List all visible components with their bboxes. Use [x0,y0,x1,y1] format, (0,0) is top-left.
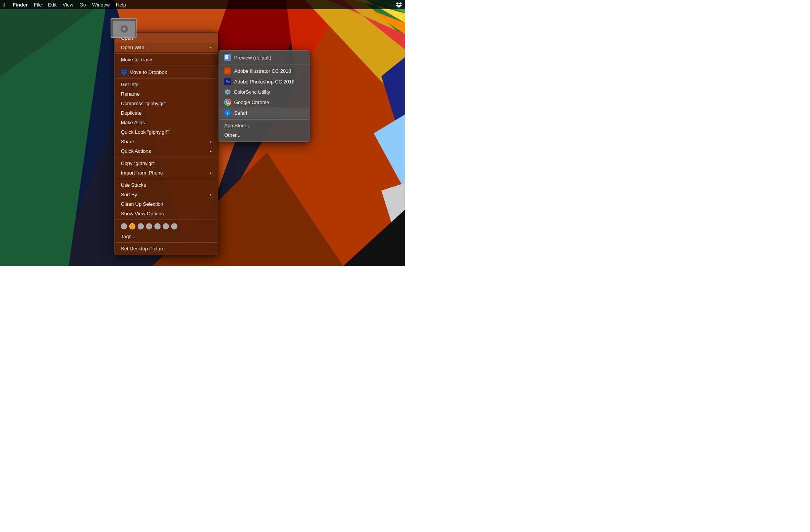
menu-item-open-with-label: Open With [121,45,144,50]
tag-dot-3[interactable] [146,223,152,229]
menubar-view[interactable]: View [63,2,73,8]
submenu-appstore-label: App Store... [224,123,251,128]
submenu-item-safari[interactable]: Safari [219,107,310,118]
menu-item-duplicate[interactable]: Duplicate [115,108,218,118]
submenu-ai-label: Adobe Illustrator CC 2018 [234,68,291,74]
submenu-colorsync-label: ColorSync Utility [234,89,270,95]
submenu-item-colorsync[interactable]: ⚙️ ColorSync Utility [219,87,310,97]
menu-item-set-desktop[interactable]: Set Desktop Picture [115,244,218,253]
file-thumbnail [111,18,137,38]
menu-item-trash-label: Move to Trash [121,57,152,62]
menu-item-open-with[interactable]: Open With ▸ Preview (default) [115,43,218,52]
menu-item-copy-label: Copy "giphy.gif" [121,160,156,166]
menubar-left:  Finder File Edit View Go Window Help [3,2,126,8]
ctx-sep-7 [115,242,218,243]
svg-point-28 [228,58,230,60]
apple-menu[interactable]:  [3,2,5,8]
import-chevron-icon: ▸ [210,171,212,175]
menu-item-import-iphone[interactable]: Import from iPhone ▸ [115,168,218,178]
menu-item-set-desktop-label: Set Desktop Picture [121,246,165,252]
ctx-sep-2 [115,66,218,66]
dropbox-icon [121,69,127,75]
menu-item-use-stacks-label: Use Stacks [121,182,146,188]
menu-item-cleanup-label: Clean Up Selection [121,201,163,207]
menu-item-dropbox[interactable]: Move to Dropbox [115,67,218,77]
submenu-item-appstore[interactable]: App Store... [219,121,310,130]
ctx-sep-1 [115,53,218,54]
tag-dot-0[interactable] [121,223,127,229]
menu-item-move-trash[interactable]: Move to Trash [115,55,218,64]
menu-item-share-label: Share [121,139,134,144]
menu-item-copy[interactable]: Copy "giphy.gif" [115,159,218,168]
ctx-sep-3 [115,78,218,79]
submenu-item-preview[interactable]: Preview (default) [219,52,310,63]
submenu-chrome-label: Google Chrome [234,99,269,105]
context-menu: Open Open With ▸ [114,31,218,255]
sort-chevron-icon: ▸ [210,192,212,197]
submenu-sep-2 [219,119,310,120]
svg-rect-25 [226,56,228,56]
submenu-ps-label: Adobe Photoshop CC 2018 [234,79,294,85]
submenu-item-ps[interactable]: Ps Adobe Photoshop CC 2018 [219,76,310,87]
menu-item-sort-by[interactable]: Sort By ▸ [115,190,218,199]
chrome-icon [224,99,231,106]
submenu-item-other[interactable]: Other... [219,130,310,140]
submenu-item-ai[interactable]: Ai Adobe Illustrator CC 2018 [219,66,310,76]
menu-item-view-options-label: Show View Options [121,211,164,216]
preview-icon [224,54,231,61]
submenu-preview-label: Preview (default) [234,55,272,61]
menu-item-quick-actions-label: Quick Actions [121,148,151,154]
submenu-item-chrome[interactable]: Google Chrome [219,97,310,107]
menu-item-quick-actions[interactable]: Quick Actions ▸ [115,146,218,156]
svg-rect-26 [226,57,228,57]
menubar-file[interactable]: File [34,2,42,8]
menubar:  Finder File Edit View Go Window Help [0,0,405,9]
menubar-right [396,2,402,8]
menu-item-duplicate-label: Duplicate [121,110,141,116]
open-with-chevron-icon: ▸ [210,45,212,50]
ctx-sep-5 [115,179,218,179]
dropbox-menubar-icon[interactable] [396,2,402,8]
menu-item-quicklook-label: Quick Look "giphy.gif" [121,129,169,135]
tag-dot-1[interactable] [129,223,135,229]
submenu-open-with: Preview (default) Ai Adobe Illustrator C… [219,50,310,142]
submenu-sep-1 [219,64,310,64]
menu-item-tags[interactable]: Tags... [115,232,218,241]
colorsync-icon: ⚙️ [224,89,231,95]
menubar-window[interactable]: Window [92,2,110,8]
menu-item-dropbox-label: Move to Dropbox [129,69,167,75]
share-chevron-icon: ▸ [210,139,212,144]
menu-item-make-alias[interactable]: Make Alias [115,118,218,127]
menu-item-compress[interactable]: Compress "giphy.gif" [115,99,218,108]
menu-item-quick-look[interactable]: Quick Look "giphy.gif" [115,127,218,137]
svg-rect-27 [226,58,227,58]
menu-item-share[interactable]: Share ▸ [115,137,218,146]
tag-dot-6[interactable] [171,223,177,229]
ctx-sep-4 [115,157,218,157]
tag-dot-2[interactable] [138,223,144,229]
quick-actions-chevron-icon: ▸ [210,149,212,153]
menu-item-use-stacks[interactable]: Use Stacks [115,180,218,190]
menu-item-clean-up[interactable]: Clean Up Selection [115,199,218,209]
menu-item-compress-label: Compress "giphy.gif" [121,101,167,106]
menu-item-rename[interactable]: Rename [115,89,218,99]
tag-dots-row [115,221,218,232]
menu-item-view-options[interactable]: Show View Options [115,209,218,218]
menubar-go[interactable]: Go [79,2,86,8]
menubar-help[interactable]: Help [116,2,126,8]
submenu-safari-label: Safari [234,110,247,116]
menubar-app-name[interactable]: Finder [13,2,28,8]
tag-dot-4[interactable] [154,223,161,229]
menu-item-rename-label: Rename [121,91,140,97]
menubar-edit[interactable]: Edit [48,2,56,8]
menu-item-import-label: Import from iPhone [121,170,163,176]
ai-icon: Ai [224,67,231,74]
svg-point-31 [227,101,229,103]
ctx-sep-6 [115,220,218,220]
menu-item-alias-label: Make Alias [121,120,145,125]
submenu-other-label: Other... [224,132,241,138]
menu-item-sort-label: Sort By [121,192,137,197]
safari-icon [224,109,231,116]
menu-item-get-info[interactable]: Get Info [115,80,218,89]
tag-dot-5[interactable] [163,223,169,229]
